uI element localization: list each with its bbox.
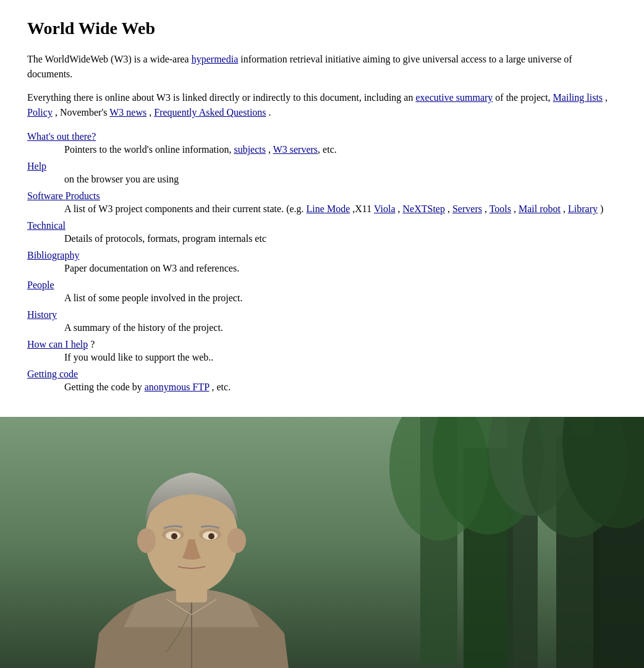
intro2-end: . <box>266 107 271 118</box>
intro2-before: Everything there is online about W3 is l… <box>27 92 415 103</box>
section-getting-code: Getting code Getting the code by anonymo… <box>27 369 617 395</box>
section-software-products: Software Products A list of W3 project c… <box>27 191 617 216</box>
library-link[interactable]: Library <box>568 203 598 214</box>
people-link[interactable]: People <box>27 280 617 291</box>
getting-code-link[interactable]: Getting code <box>27 369 617 380</box>
svg-point-14 <box>137 528 156 553</box>
background-trees-svg <box>0 417 644 668</box>
svg-point-20 <box>171 533 177 539</box>
section-help: Help on the browser you are using <box>27 161 617 187</box>
history-desc: A summary of the history of the project. <box>64 320 617 335</box>
software-products-link[interactable]: Software Products <box>27 191 617 202</box>
section-how-can-i-help: How can I help ? If you would like to su… <box>27 339 617 365</box>
top-section: World Wide Web The WorldWideWeb (W3) is … <box>0 0 644 417</box>
intro-paragraph-1: The WorldWideWeb (W3) is a wide-area hyp… <box>27 52 617 82</box>
nextStep-link[interactable]: NeXTStep <box>403 203 445 214</box>
intro2-mid4: , <box>146 107 154 118</box>
technical-desc: Details of protocols, formats, program i… <box>64 231 617 246</box>
subjects-link[interactable]: subjects <box>234 144 266 155</box>
help-link[interactable]: Help <box>27 161 617 172</box>
software-products-desc: A list of W3 project components and thei… <box>64 202 617 216</box>
bibliography-desc: Paper documentation on W3 and references… <box>64 261 617 276</box>
how-can-i-help-line: How can I help ? <box>27 339 95 349</box>
intro-paragraph-2: Everything there is online about W3 is l… <box>27 90 617 120</box>
w3-news-link[interactable]: W3 news <box>109 107 146 118</box>
page-title: World Wide Web <box>27 19 617 38</box>
anonymous-ftp-link[interactable]: anonymous FTP <box>145 382 210 392</box>
mailing-lists-link[interactable]: Mailing lists <box>553 92 603 103</box>
svg-point-21 <box>208 533 214 539</box>
mail-robot-link[interactable]: Mail robot <box>519 203 561 214</box>
policy-link[interactable]: Policy <box>27 107 53 118</box>
hypermedia-link[interactable]: hypermedia <box>192 54 239 64</box>
getting-code-desc: Getting the code by anonymous FTP , etc. <box>64 380 617 395</box>
executive-summary-link[interactable]: executive summary <box>415 92 493 103</box>
intro2-mid1: of the project, <box>493 92 553 103</box>
viola-link[interactable]: Viola <box>374 203 396 214</box>
w3-servers-link[interactable]: W3 servers <box>273 144 318 155</box>
intro2-mid3: , November's <box>53 107 109 118</box>
technical-link[interactable]: Technical <box>27 220 617 231</box>
help-desc: on the browser you are using <box>64 172 617 187</box>
svg-point-15 <box>227 528 246 553</box>
whats-out-there-desc: Pointers to the world's online informati… <box>64 142 617 157</box>
how-can-i-help-desc: If you would like to support the web.. <box>64 350 617 365</box>
bibliography-link[interactable]: Bibliography <box>27 250 617 261</box>
section-bibliography: Bibliography Paper documentation on W3 a… <box>27 250 617 276</box>
people-desc: A list of some people involved in the pr… <box>64 291 617 306</box>
line-mode-link[interactable]: Line Mode <box>307 203 350 214</box>
whats-out-there-link[interactable]: What's out there? <box>27 131 617 142</box>
history-link[interactable]: History <box>27 309 617 320</box>
how-can-i-help-link[interactable]: How can I help <box>27 339 88 349</box>
section-people: People A list of some people involved in… <box>27 280 617 306</box>
servers-link[interactable]: Servers <box>452 203 482 214</box>
intro2-mid2: , <box>603 92 608 103</box>
tools-link[interactable]: Tools <box>489 203 511 214</box>
intro1-before: The WorldWideWeb (W3) is a wide-area <box>27 54 192 64</box>
faq-link[interactable]: Frequently Asked Questions <box>154 107 266 118</box>
section-technical: Technical Details of protocols, formats,… <box>27 220 617 246</box>
bottom-image-section: ЭТО БЫЛО ПРЕКРАСНО.. <box>0 417 644 668</box>
section-history: History A summary of the history of the … <box>27 309 617 335</box>
section-whats-out-there: What's out there? Pointers to the world'… <box>27 131 617 157</box>
